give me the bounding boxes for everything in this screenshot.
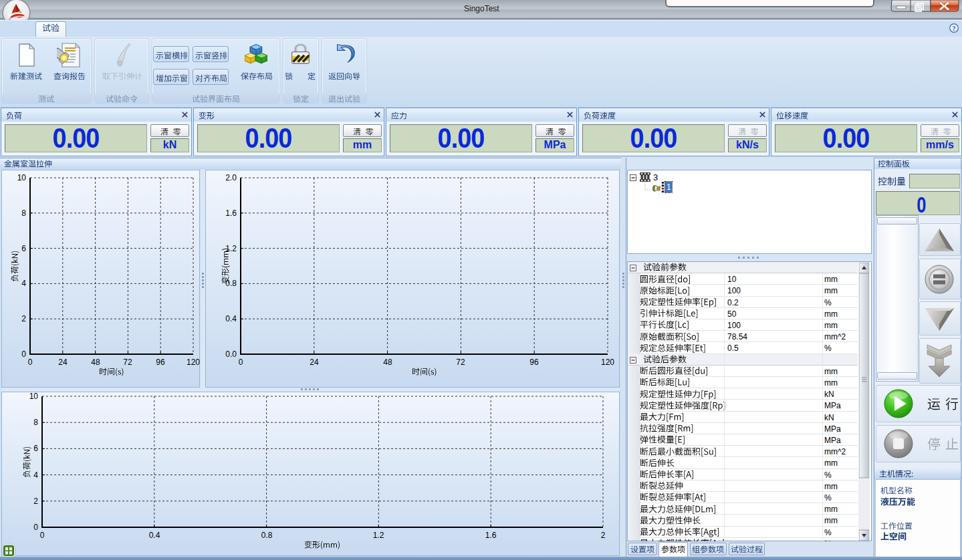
svg-text:?: ? [953, 25, 956, 32]
